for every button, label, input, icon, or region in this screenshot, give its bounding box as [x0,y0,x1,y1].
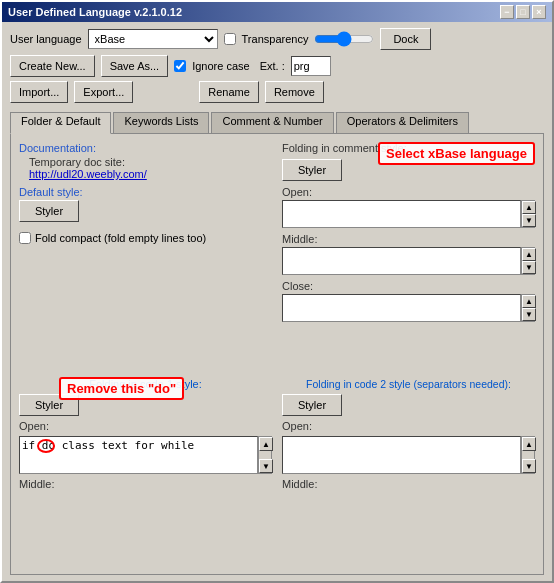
code1-open-box: if do class text for while ▲ ▼ [19,436,272,474]
code2-open-label: Open: [282,420,535,432]
rename-button[interactable]: Rename [199,81,259,103]
code2-column: Folding in code 2 style (separators need… [282,378,535,490]
tab-keywords-lists[interactable]: Keywords Lists [113,112,209,134]
remove-annotation: Remove this "do" [59,377,184,400]
comment-styler-button[interactable]: Styler [282,159,342,181]
left-column: Documentation: Temporary doc site: http:… [19,142,272,372]
close-scrollbar: ▲ ▼ [521,294,535,322]
middle-textarea[interactable] [282,247,521,275]
tab-comment-number[interactable]: Comment & Number [211,112,333,134]
code2-scroll-up[interactable]: ▲ [522,437,536,451]
import-button[interactable]: Import... [10,81,68,103]
fold-compact-checkbox[interactable] [19,232,31,244]
code1-open-label: Open: [19,420,272,432]
save-as-button[interactable]: Save As... [101,55,169,77]
open-scroll-down[interactable]: ▼ [522,214,536,227]
fold-compact-label: Fold compact (fold empty lines too) [35,232,206,244]
close-label: Close: [282,280,535,292]
code1-scroll-up[interactable]: ▲ [259,437,273,451]
create-new-button[interactable]: Create New... [10,55,95,77]
remove-button[interactable]: Remove [265,81,324,103]
actions-row2: Import... Export... Rename Remove [10,81,544,103]
default-styler-button[interactable]: Styler [19,200,79,222]
transparency-label: Transparency [242,33,309,45]
top-section: Documentation: Temporary doc site: http:… [19,142,535,372]
transparency-checkbox[interactable] [224,33,236,45]
middle-scroll-up[interactable]: ▲ [522,248,536,261]
middle-label: Middle: [282,233,535,245]
title-bar: User Defined Language v.2.1.0.12 − □ × [2,2,552,22]
user-language-label: User language [10,33,82,45]
code2-styler-button[interactable]: Styler [282,394,342,416]
do-circle-annotation [37,439,55,453]
window-title: User Defined Language v.2.1.0.12 [8,6,182,18]
code2-scroll-down[interactable]: ▼ [522,459,536,473]
middle-field-group: Middle: ▲ ▼ [282,233,535,275]
doc-block: Temporary doc site: http://udl20.weebly.… [29,156,272,180]
doc-link[interactable]: http://udl20.weebly.com/ [29,168,147,180]
open-label: Open: [282,186,535,198]
tab-content: Select xBase language Documentation: Tem… [10,133,544,575]
ext-label: Ext. : [260,60,285,72]
close-button[interactable]: × [532,5,546,19]
open-textarea[interactable] [282,200,521,228]
code2-label: Folding in code 2 style (separators need… [282,378,535,390]
ext-input[interactable] [291,56,331,76]
open-scroll-up[interactable]: ▲ [522,201,536,214]
close-field-box: ▲ ▼ [282,294,535,322]
tab-content-inner: Select xBase language Documentation: Tem… [19,142,535,566]
ignore-case-label: Ignore case [192,60,249,72]
title-bar-buttons: − □ × [500,5,546,19]
code2-open-textarea[interactable] [282,436,521,474]
code1-middle-label: Middle: [19,478,272,490]
middle-scrollbar: ▲ ▼ [521,247,535,275]
right-column: Folding in comment style: Styler Open: ▲… [282,142,535,372]
code2-middle-label: Middle: [282,478,535,490]
select-xbase-annotation: Select xBase language [378,142,535,165]
documentation-section: Documentation: Temporary doc site: http:… [19,142,272,180]
code2-open-box: ▲ ▼ [282,436,535,474]
user-language-row: User language xBase Transparency Dock [10,28,544,50]
maximize-button[interactable]: □ [516,5,530,19]
main-window: User Defined Language v.2.1.0.12 − □ × U… [0,0,554,583]
close-textarea[interactable] [282,294,521,322]
code1-scroll-down[interactable]: ▼ [259,459,273,473]
dock-button[interactable]: Dock [380,28,431,50]
ignore-case-checkbox[interactable] [174,60,186,72]
remove-annotation-container: Remove this "do" [59,377,184,400]
open-field-group: Open: ▲ ▼ [282,186,535,228]
open-scrollbar: ▲ ▼ [521,200,535,228]
user-language-select[interactable]: xBase [88,29,218,49]
code1-open-scrollbar: ▲ ▼ [258,436,272,474]
open-field-box: ▲ ▼ [282,200,535,228]
export-button[interactable]: Export... [74,81,133,103]
close-scroll-up[interactable]: ▲ [522,295,536,308]
default-style-section: Default style: Styler [19,186,272,222]
code2-open-scrollbar: ▲ ▼ [521,436,535,474]
minimize-button[interactable]: − [500,5,514,19]
transparency-slider[interactable] [314,31,374,47]
tab-operators-delimiters[interactable]: Operators & Delimiters [336,112,469,134]
middle-scroll-down[interactable]: ▼ [522,261,536,274]
window-content: User language xBase Transparency Dock Cr… [2,22,552,581]
close-field-group: Close: ▲ ▼ [282,280,535,322]
code1-open-textarea[interactable]: if do class text for while [19,436,258,474]
fold-compact-row: Fold compact (fold empty lines too) [19,232,272,244]
middle-field-box: ▲ ▼ [282,247,535,275]
close-scroll-down[interactable]: ▼ [522,308,536,321]
actions-row1: Create New... Save As... Ignore case Ext… [10,55,544,77]
tabs-container: Folder & Default Keywords Lists Comment … [10,111,544,133]
tab-folder-default[interactable]: Folder & Default [10,112,111,134]
